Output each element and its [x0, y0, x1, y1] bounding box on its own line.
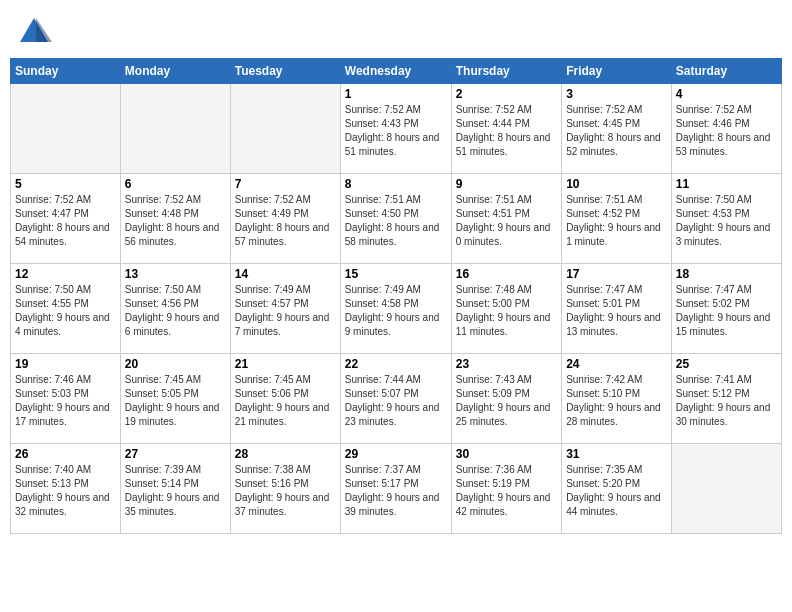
- day-cell: 2Sunrise: 7:52 AM Sunset: 4:44 PM Daylig…: [451, 84, 561, 174]
- day-number: 22: [345, 357, 447, 371]
- day-info: Sunrise: 7:51 AM Sunset: 4:50 PM Dayligh…: [345, 193, 447, 249]
- day-info: Sunrise: 7:52 AM Sunset: 4:45 PM Dayligh…: [566, 103, 667, 159]
- day-cell: 7Sunrise: 7:52 AM Sunset: 4:49 PM Daylig…: [230, 174, 340, 264]
- day-number: 10: [566, 177, 667, 191]
- day-cell: 12Sunrise: 7:50 AM Sunset: 4:55 PM Dayli…: [11, 264, 121, 354]
- weekday-header: Sunday: [11, 59, 121, 84]
- weekday-header: Saturday: [671, 59, 781, 84]
- day-cell: 22Sunrise: 7:44 AM Sunset: 5:07 PM Dayli…: [340, 354, 451, 444]
- day-info: Sunrise: 7:39 AM Sunset: 5:14 PM Dayligh…: [125, 463, 226, 519]
- day-info: Sunrise: 7:52 AM Sunset: 4:47 PM Dayligh…: [15, 193, 116, 249]
- day-cell: [230, 84, 340, 174]
- day-cell: 24Sunrise: 7:42 AM Sunset: 5:10 PM Dayli…: [562, 354, 672, 444]
- day-info: Sunrise: 7:37 AM Sunset: 5:17 PM Dayligh…: [345, 463, 447, 519]
- day-cell: 28Sunrise: 7:38 AM Sunset: 5:16 PM Dayli…: [230, 444, 340, 534]
- day-number: 8: [345, 177, 447, 191]
- week-row: 19Sunrise: 7:46 AM Sunset: 5:03 PM Dayli…: [11, 354, 782, 444]
- day-info: Sunrise: 7:38 AM Sunset: 5:16 PM Dayligh…: [235, 463, 336, 519]
- day-number: 30: [456, 447, 557, 461]
- day-number: 7: [235, 177, 336, 191]
- day-cell: [671, 444, 781, 534]
- day-cell: 16Sunrise: 7:48 AM Sunset: 5:00 PM Dayli…: [451, 264, 561, 354]
- day-info: Sunrise: 7:45 AM Sunset: 5:06 PM Dayligh…: [235, 373, 336, 429]
- day-info: Sunrise: 7:52 AM Sunset: 4:49 PM Dayligh…: [235, 193, 336, 249]
- day-info: Sunrise: 7:45 AM Sunset: 5:05 PM Dayligh…: [125, 373, 226, 429]
- day-cell: 10Sunrise: 7:51 AM Sunset: 4:52 PM Dayli…: [562, 174, 672, 264]
- day-number: 1: [345, 87, 447, 101]
- weekday-header-row: SundayMondayTuesdayWednesdayThursdayFrid…: [11, 59, 782, 84]
- week-row: 26Sunrise: 7:40 AM Sunset: 5:13 PM Dayli…: [11, 444, 782, 534]
- day-number: 26: [15, 447, 116, 461]
- day-number: 18: [676, 267, 777, 281]
- day-cell: 11Sunrise: 7:50 AM Sunset: 4:53 PM Dayli…: [671, 174, 781, 264]
- day-cell: 9Sunrise: 7:51 AM Sunset: 4:51 PM Daylig…: [451, 174, 561, 264]
- day-info: Sunrise: 7:50 AM Sunset: 4:53 PM Dayligh…: [676, 193, 777, 249]
- day-number: 24: [566, 357, 667, 371]
- day-number: 23: [456, 357, 557, 371]
- day-cell: 30Sunrise: 7:36 AM Sunset: 5:19 PM Dayli…: [451, 444, 561, 534]
- day-number: 5: [15, 177, 116, 191]
- day-number: 17: [566, 267, 667, 281]
- day-cell: 19Sunrise: 7:46 AM Sunset: 5:03 PM Dayli…: [11, 354, 121, 444]
- day-number: 6: [125, 177, 226, 191]
- day-cell: 15Sunrise: 7:49 AM Sunset: 4:58 PM Dayli…: [340, 264, 451, 354]
- day-number: 3: [566, 87, 667, 101]
- day-cell: 4Sunrise: 7:52 AM Sunset: 4:46 PM Daylig…: [671, 84, 781, 174]
- day-number: 13: [125, 267, 226, 281]
- svg-marker-1: [36, 18, 52, 42]
- day-info: Sunrise: 7:51 AM Sunset: 4:51 PM Dayligh…: [456, 193, 557, 249]
- day-cell: 5Sunrise: 7:52 AM Sunset: 4:47 PM Daylig…: [11, 174, 121, 264]
- week-row: 5Sunrise: 7:52 AM Sunset: 4:47 PM Daylig…: [11, 174, 782, 264]
- day-number: 29: [345, 447, 447, 461]
- day-cell: 8Sunrise: 7:51 AM Sunset: 4:50 PM Daylig…: [340, 174, 451, 264]
- day-info: Sunrise: 7:43 AM Sunset: 5:09 PM Dayligh…: [456, 373, 557, 429]
- day-number: 11: [676, 177, 777, 191]
- day-cell: 17Sunrise: 7:47 AM Sunset: 5:01 PM Dayli…: [562, 264, 672, 354]
- day-info: Sunrise: 7:47 AM Sunset: 5:02 PM Dayligh…: [676, 283, 777, 339]
- day-info: Sunrise: 7:48 AM Sunset: 5:00 PM Dayligh…: [456, 283, 557, 339]
- day-info: Sunrise: 7:44 AM Sunset: 5:07 PM Dayligh…: [345, 373, 447, 429]
- day-info: Sunrise: 7:49 AM Sunset: 4:57 PM Dayligh…: [235, 283, 336, 339]
- day-number: 19: [15, 357, 116, 371]
- weekday-header: Wednesday: [340, 59, 451, 84]
- day-info: Sunrise: 7:52 AM Sunset: 4:46 PM Dayligh…: [676, 103, 777, 159]
- day-number: 31: [566, 447, 667, 461]
- week-row: 12Sunrise: 7:50 AM Sunset: 4:55 PM Dayli…: [11, 264, 782, 354]
- day-number: 15: [345, 267, 447, 281]
- day-info: Sunrise: 7:41 AM Sunset: 5:12 PM Dayligh…: [676, 373, 777, 429]
- day-number: 12: [15, 267, 116, 281]
- day-info: Sunrise: 7:42 AM Sunset: 5:10 PM Dayligh…: [566, 373, 667, 429]
- day-cell: 26Sunrise: 7:40 AM Sunset: 5:13 PM Dayli…: [11, 444, 121, 534]
- day-number: 14: [235, 267, 336, 281]
- day-cell: 3Sunrise: 7:52 AM Sunset: 4:45 PM Daylig…: [562, 84, 672, 174]
- day-number: 20: [125, 357, 226, 371]
- day-cell: 18Sunrise: 7:47 AM Sunset: 5:02 PM Dayli…: [671, 264, 781, 354]
- day-number: 28: [235, 447, 336, 461]
- day-number: 27: [125, 447, 226, 461]
- page-header: [10, 10, 782, 50]
- day-info: Sunrise: 7:52 AM Sunset: 4:48 PM Dayligh…: [125, 193, 226, 249]
- day-cell: 29Sunrise: 7:37 AM Sunset: 5:17 PM Dayli…: [340, 444, 451, 534]
- day-info: Sunrise: 7:51 AM Sunset: 4:52 PM Dayligh…: [566, 193, 667, 249]
- day-cell: 14Sunrise: 7:49 AM Sunset: 4:57 PM Dayli…: [230, 264, 340, 354]
- day-cell: 31Sunrise: 7:35 AM Sunset: 5:20 PM Dayli…: [562, 444, 672, 534]
- day-number: 16: [456, 267, 557, 281]
- day-number: 9: [456, 177, 557, 191]
- day-cell: 6Sunrise: 7:52 AM Sunset: 4:48 PM Daylig…: [120, 174, 230, 264]
- day-info: Sunrise: 7:35 AM Sunset: 5:20 PM Dayligh…: [566, 463, 667, 519]
- weekday-header: Monday: [120, 59, 230, 84]
- day-number: 21: [235, 357, 336, 371]
- weekday-header: Friday: [562, 59, 672, 84]
- day-cell: [11, 84, 121, 174]
- weekday-header: Thursday: [451, 59, 561, 84]
- day-info: Sunrise: 7:46 AM Sunset: 5:03 PM Dayligh…: [15, 373, 116, 429]
- day-cell: 21Sunrise: 7:45 AM Sunset: 5:06 PM Dayli…: [230, 354, 340, 444]
- day-info: Sunrise: 7:50 AM Sunset: 4:56 PM Dayligh…: [125, 283, 226, 339]
- day-info: Sunrise: 7:36 AM Sunset: 5:19 PM Dayligh…: [456, 463, 557, 519]
- day-cell: [120, 84, 230, 174]
- day-cell: 23Sunrise: 7:43 AM Sunset: 5:09 PM Dayli…: [451, 354, 561, 444]
- day-cell: 25Sunrise: 7:41 AM Sunset: 5:12 PM Dayli…: [671, 354, 781, 444]
- day-info: Sunrise: 7:52 AM Sunset: 4:44 PM Dayligh…: [456, 103, 557, 159]
- calendar-table: SundayMondayTuesdayWednesdayThursdayFrid…: [10, 58, 782, 534]
- logo: [14, 14, 52, 50]
